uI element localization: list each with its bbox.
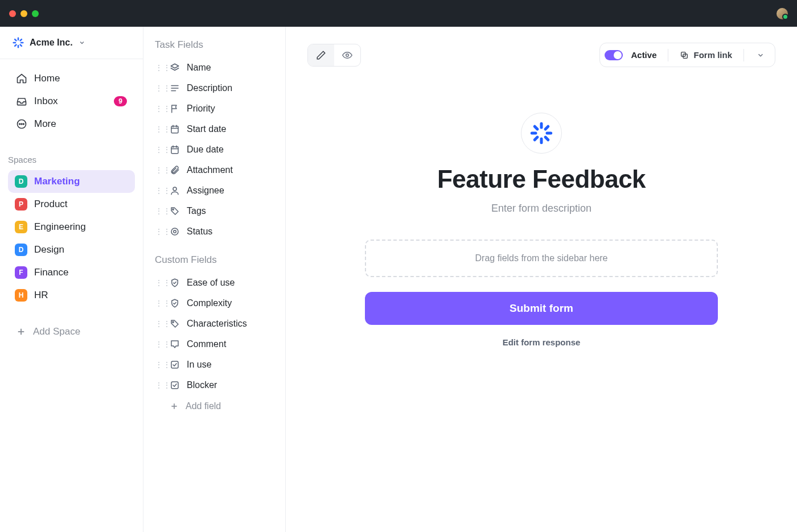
- field-label: Attachment: [187, 165, 233, 175]
- drag-handle-icon[interactable]: ⋮⋮: [155, 319, 163, 328]
- nav-more[interactable]: More: [8, 113, 135, 135]
- home-icon: [16, 73, 27, 84]
- field-label: Characteristics: [187, 319, 247, 329]
- custom-field-blocker[interactable]: ⋮⋮Blocker: [149, 375, 280, 395]
- window-zoom-button[interactable]: [32, 10, 39, 17]
- svg-line-44: [545, 126, 548, 129]
- space-item-product[interactable]: PProduct: [8, 193, 135, 216]
- svg-line-6: [15, 45, 16, 46]
- svg-rect-17: [171, 126, 178, 133]
- field-label: Tags: [187, 206, 206, 216]
- space-item-label: Design: [34, 244, 64, 255]
- svg-line-43: [535, 137, 537, 140]
- tag-icon: [170, 206, 180, 216]
- primary-sidebar: Acme Inc. Home Inbox 9: [0, 27, 143, 532]
- shield-icon: [170, 298, 180, 308]
- drag-handle-icon[interactable]: ⋮⋮: [155, 340, 163, 349]
- copy-icon: [680, 51, 689, 60]
- svg-point-26: [172, 209, 174, 210]
- field-label: Complexity: [187, 298, 232, 308]
- add-field-button[interactable]: Add field: [149, 395, 280, 417]
- drag-handle-icon[interactable]: ⋮⋮: [155, 186, 163, 195]
- svg-point-34: [346, 53, 349, 56]
- form-link-button[interactable]: Form link: [675, 47, 737, 63]
- custom-field-ease-of-use[interactable]: ⋮⋮Ease of use: [149, 273, 280, 293]
- form-description-input[interactable]: Enter form description: [365, 203, 718, 215]
- window-close-button[interactable]: [9, 10, 16, 17]
- task-field-assignee[interactable]: ⋮⋮Assignee: [149, 180, 280, 201]
- custom-field-comment[interactable]: ⋮⋮Comment: [149, 334, 280, 354]
- add-space-label: Add Space: [33, 326, 80, 337]
- active-label: Active: [626, 50, 661, 60]
- space-item-label: Engineering: [34, 221, 86, 233]
- field-label: Blocker: [187, 380, 217, 390]
- space-badge: D: [15, 244, 27, 256]
- space-item-marketing[interactable]: DMarketing: [8, 170, 135, 193]
- field-label: Due date: [187, 145, 224, 155]
- window-minimize-button[interactable]: [20, 10, 27, 17]
- custom-fields-label: Custom Fields: [149, 252, 280, 273]
- text-icon: [170, 83, 180, 93]
- task-field-attachment[interactable]: ⋮⋮Attachment: [149, 160, 280, 180]
- drag-handle-icon[interactable]: ⋮⋮: [155, 63, 163, 72]
- space-badge: P: [15, 198, 27, 211]
- preview-mode-button[interactable]: [334, 44, 360, 66]
- drag-handle-icon[interactable]: ⋮⋮: [155, 299, 163, 308]
- workspace-switcher[interactable]: Acme Inc.: [0, 27, 143, 59]
- svg-rect-21: [171, 147, 178, 154]
- task-field-due-date[interactable]: ⋮⋮Due date: [149, 139, 280, 160]
- edit-response-link[interactable]: Edit form response: [365, 337, 718, 347]
- pencil-icon: [316, 50, 326, 60]
- field-label: Priority: [187, 104, 215, 114]
- svg-point-27: [171, 228, 178, 235]
- drag-handle-icon[interactable]: ⋮⋮: [155, 360, 163, 369]
- active-toggle[interactable]: [605, 50, 623, 60]
- svg-point-29: [172, 321, 174, 323]
- drag-handle-icon[interactable]: ⋮⋮: [155, 125, 163, 134]
- field-label: Ease of use: [187, 278, 235, 288]
- svg-point-11: [23, 123, 24, 125]
- form-dropzone[interactable]: Drag fields from the sidebar here: [365, 240, 718, 277]
- plus-icon: [170, 402, 179, 411]
- custom-field-characteristics[interactable]: ⋮⋮Characteristics: [149, 314, 280, 334]
- form-title[interactable]: Feature Feedback: [365, 165, 718, 193]
- task-field-priority[interactable]: ⋮⋮Priority: [149, 98, 280, 119]
- drag-handle-icon[interactable]: ⋮⋮: [155, 227, 163, 236]
- space-item-design[interactable]: DDesign: [8, 238, 135, 261]
- svg-line-40: [545, 137, 548, 140]
- submit-button[interactable]: Submit form: [365, 292, 718, 325]
- user-avatar[interactable]: [777, 8, 788, 19]
- form-preview: Feature Feedback Enter form description …: [365, 113, 718, 347]
- edit-mode-button[interactable]: [308, 44, 334, 66]
- space-item-label: Finance: [34, 267, 68, 278]
- more-icon: [16, 118, 27, 130]
- nav-home[interactable]: Home: [8, 67, 135, 90]
- task-field-tags[interactable]: ⋮⋮Tags: [149, 201, 280, 221]
- custom-field-in-use[interactable]: ⋮⋮In use: [149, 354, 280, 375]
- drag-handle-icon[interactable]: ⋮⋮: [155, 84, 163, 93]
- space-item-engineering[interactable]: EEngineering: [8, 216, 135, 238]
- task-field-status[interactable]: ⋮⋮Status: [149, 221, 280, 242]
- svg-rect-30: [171, 361, 178, 368]
- custom-field-complexity[interactable]: ⋮⋮Complexity: [149, 293, 280, 314]
- field-label: In use: [187, 360, 212, 370]
- nav-inbox-label: Inbox: [34, 96, 58, 107]
- drag-handle-icon[interactable]: ⋮⋮: [155, 278, 163, 287]
- task-field-description[interactable]: ⋮⋮Description: [149, 78, 280, 98]
- task-field-start-date[interactable]: ⋮⋮Start date: [149, 119, 280, 139]
- svg-point-9: [19, 123, 20, 125]
- chevron-down-icon: [79, 39, 85, 46]
- drag-handle-icon[interactable]: ⋮⋮: [155, 145, 163, 154]
- drag-handle-icon[interactable]: ⋮⋮: [155, 381, 163, 390]
- task-field-name[interactable]: ⋮⋮Name: [149, 57, 280, 78]
- drag-handle-icon[interactable]: ⋮⋮: [155, 104, 163, 113]
- nav-inbox[interactable]: Inbox 9: [8, 90, 135, 113]
- add-space-button[interactable]: Add Space: [8, 319, 135, 344]
- space-item-finance[interactable]: FFinance: [8, 261, 135, 284]
- form-logo[interactable]: [521, 113, 562, 154]
- form-options-dropdown[interactable]: [751, 48, 770, 63]
- task-fields-list: ⋮⋮Name⋮⋮Description⋮⋮Priority⋮⋮Start dat…: [149, 57, 280, 242]
- space-item-hr[interactable]: HHR: [8, 284, 135, 307]
- drag-handle-icon[interactable]: ⋮⋮: [155, 166, 163, 175]
- drag-handle-icon[interactable]: ⋮⋮: [155, 207, 163, 216]
